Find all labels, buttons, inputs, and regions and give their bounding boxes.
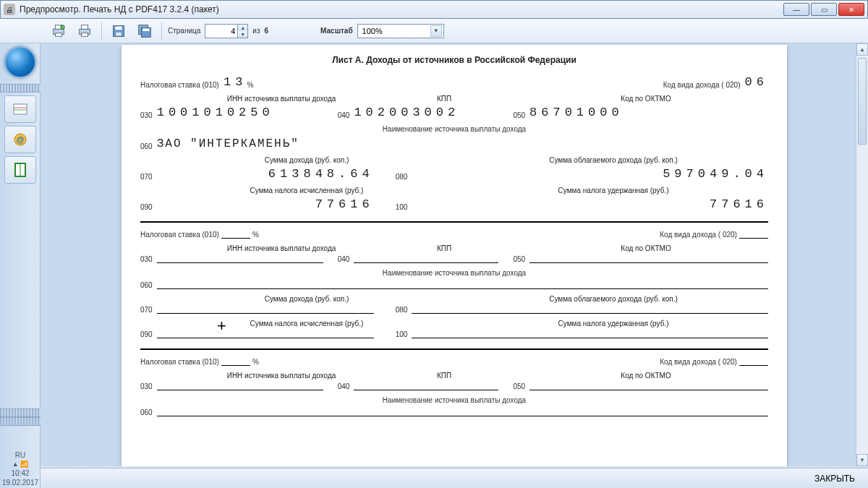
svg-rect-13 [14,104,27,114]
print-button[interactable] [74,21,95,41]
maximize-button[interactable]: ▭ [811,3,837,16]
preview-viewport[interactable]: Лист А. Доходы от источников в Российско… [41,43,868,466]
sum-taxable: 597049.04 [412,167,768,181]
zoom-select[interactable]: 100% ▼ [357,24,444,38]
system-tray: RU ▲ 📶 10:42 19.02.2017 [0,426,41,488]
tax-calc: 77616 [157,197,374,211]
rate-value: 13 [224,75,247,89]
svg-rect-8 [115,26,122,30]
sum-income: 613848.64 [157,167,374,181]
toolbar: Страница ▲▼ из 6 Масштаб 100% ▼ [0,19,868,43]
oktmo-value: 86701000 [529,106,624,119]
save-button[interactable] [108,21,129,41]
rate-label: Налоговая ставка (010) [140,81,219,89]
of-label: из [252,27,260,35]
divider [140,348,768,350]
window-titlebar: 🖨 Предпросмотр. Печать НД с PDF417 3.2.4… [0,0,868,19]
svg-rect-5 [81,25,88,29]
sidebar-app-3[interactable] [4,156,36,184]
tax-withheld: 77616 [412,197,768,211]
total-pages: 6 [265,27,269,35]
kpp-label: КПП [365,95,524,103]
svg-point-3 [61,25,65,29]
tray-lang[interactable]: RU [15,451,25,459]
source-name: ЗАО "ИНТЕРКАМЕНЬ" [157,137,299,150]
minimize-button[interactable]: — [783,3,809,16]
pct: % [247,81,253,89]
app-icon: 🖨 [4,4,15,15]
svg-rect-6 [81,33,88,36]
close-button[interactable]: ✕ [838,3,864,16]
tray-date: 19.02.2017 [2,479,38,487]
page-label: Страница [168,27,200,35]
page-input[interactable] [205,27,237,35]
name-label: Наименование источника выплаты дохода [140,125,768,133]
sidebar-app-2[interactable]: @ [4,126,36,153]
print-preview-button[interactable] [48,21,69,41]
close-page-button[interactable]: ЗАКРЫТЬ [814,474,855,484]
zoom-value: 100% [362,27,383,35]
save-all-button[interactable] [134,21,156,41]
svg-rect-2 [55,33,61,36]
divider [140,221,768,223]
scroll-up[interactable]: ▲ [856,43,868,56]
svg-rect-12 [142,28,149,31]
document-page: Лист А. Доходы от источников в Российско… [122,45,787,466]
scroll-down[interactable]: ▼ [856,454,868,466]
tray-time: 10:42 [11,469,29,477]
kpp-value: 102003002 [354,106,513,119]
scroll-thumb[interactable] [858,58,867,145]
income-code-value: 06 [745,75,768,89]
page-spinner[interactable]: ▲▼ [205,24,248,38]
inn-value: 1001010250 [157,106,338,119]
window-title: Предпросмотр. Печать НД с PDF417 3.2.4 (… [20,4,783,14]
form-title: Лист А. Доходы от источников в Российско… [140,55,768,65]
footer-bar: ЗАКРЫТЬ [41,468,868,488]
page-up[interactable]: ▲ [237,25,247,31]
sidebar-app-1[interactable] [4,95,36,123]
zoom-label: Масштаб [320,27,353,35]
svg-text:@: @ [16,135,24,144]
svg-rect-9 [116,32,121,35]
oktmo-label: Код по ОКТМО [524,95,768,103]
sidebar: @ RU ▲ 📶 10:42 19.02.2017 [0,43,41,488]
page-down[interactable]: ▼ [237,31,247,38]
inn-label: ИНН источника выплаты дохода [198,95,365,103]
chevron-down-icon: ▼ [430,25,442,37]
vertical-scrollbar[interactable]: ▲ ▼ [856,43,868,466]
start-orb[interactable] [4,46,36,78]
income-code-label: Код вида дохода ( 020) [663,81,741,89]
